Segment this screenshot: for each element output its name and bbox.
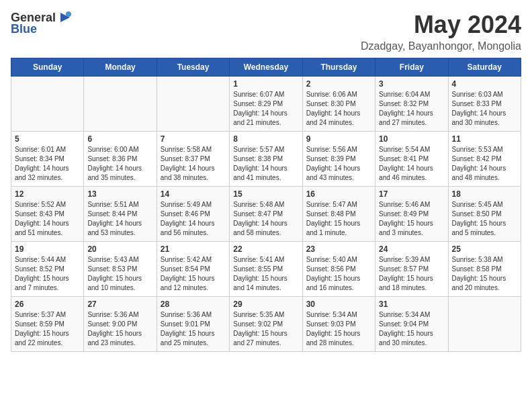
title-block: May 2024 Dzadgay, Bayanhongor, Mongolia xyxy=(361,11,521,52)
day-number: 4 xyxy=(452,79,517,89)
calendar-table: SundayMondayTuesdayWednesdayThursdayFrid… xyxy=(11,58,521,352)
day-number: 12 xyxy=(15,189,80,199)
calendar-cell xyxy=(157,77,229,132)
day-number: 1 xyxy=(233,79,298,89)
day-number: 10 xyxy=(379,134,444,144)
cell-info: Sunrise: 5:42 AMSunset: 8:54 PMDaylight:… xyxy=(161,255,226,293)
calendar-week-row: 1Sunrise: 6:07 AMSunset: 8:29 PMDaylight… xyxy=(11,77,521,132)
calendar-cell: 19Sunrise: 5:44 AMSunset: 8:52 PMDayligh… xyxy=(11,242,84,297)
cell-info: Sunrise: 5:47 AMSunset: 8:48 PMDaylight:… xyxy=(306,200,371,238)
calendar-cell: 25Sunrise: 5:38 AMSunset: 8:58 PMDayligh… xyxy=(448,242,521,297)
cell-info: Sunrise: 5:34 AMSunset: 9:04 PMDaylight:… xyxy=(379,310,444,348)
cell-info: Sunrise: 5:35 AMSunset: 9:02 PMDaylight:… xyxy=(233,310,298,348)
calendar-cell: 11Sunrise: 5:53 AMSunset: 8:42 PMDayligh… xyxy=(448,132,521,187)
logo-icon xyxy=(58,10,73,25)
calendar-cell: 8Sunrise: 5:57 AMSunset: 8:38 PMDaylight… xyxy=(230,132,302,187)
calendar-cell: 9Sunrise: 5:56 AMSunset: 8:39 PMDaylight… xyxy=(302,132,375,187)
calendar-cell: 14Sunrise: 5:49 AMSunset: 8:46 PMDayligh… xyxy=(157,187,229,242)
day-number: 24 xyxy=(379,244,444,254)
calendar-week-row: 5Sunrise: 6:01 AMSunset: 8:34 PMDaylight… xyxy=(11,132,521,187)
day-number: 21 xyxy=(161,244,226,254)
day-number: 29 xyxy=(233,300,298,309)
cell-info: Sunrise: 6:07 AMSunset: 8:29 PMDaylight:… xyxy=(233,90,298,128)
weekday-header-tuesday: Tuesday xyxy=(157,58,229,77)
weekday-header-sunday: Sunday xyxy=(11,58,84,77)
day-number: 23 xyxy=(306,244,371,254)
calendar-cell: 17Sunrise: 5:46 AMSunset: 8:49 PMDayligh… xyxy=(375,187,448,242)
weekday-header-wednesday: Wednesday xyxy=(230,58,302,77)
cell-info: Sunrise: 5:45 AMSunset: 8:50 PMDaylight:… xyxy=(452,200,517,238)
day-number: 18 xyxy=(452,189,517,199)
location-title: Dzadgay, Bayanhongor, Mongolia xyxy=(361,40,521,52)
cell-info: Sunrise: 5:38 AMSunset: 8:58 PMDaylight:… xyxy=(452,255,517,293)
calendar-cell: 4Sunrise: 6:03 AMSunset: 8:33 PMDaylight… xyxy=(448,77,521,132)
cell-info: Sunrise: 5:52 AMSunset: 8:43 PMDaylight:… xyxy=(15,200,80,238)
calendar-week-row: 19Sunrise: 5:44 AMSunset: 8:52 PMDayligh… xyxy=(11,242,521,297)
page-header: General Blue May 2024 Dzadgay, Bayanhong… xyxy=(11,11,521,52)
weekday-header-friday: Friday xyxy=(375,58,448,77)
cell-info: Sunrise: 5:44 AMSunset: 8:52 PMDaylight:… xyxy=(15,255,80,293)
day-number: 11 xyxy=(452,134,517,144)
calendar-cell: 21Sunrise: 5:42 AMSunset: 8:54 PMDayligh… xyxy=(157,242,229,297)
day-number: 16 xyxy=(306,189,371,199)
calendar-cell: 26Sunrise: 5:37 AMSunset: 8:59 PMDayligh… xyxy=(11,297,84,352)
cell-info: Sunrise: 5:39 AMSunset: 8:57 PMDaylight:… xyxy=(379,255,444,293)
weekday-header-row: SundayMondayTuesdayWednesdayThursdayFrid… xyxy=(11,58,521,77)
cell-info: Sunrise: 5:51 AMSunset: 8:44 PMDaylight:… xyxy=(87,200,152,238)
calendar-cell: 13Sunrise: 5:51 AMSunset: 8:44 PMDayligh… xyxy=(84,187,157,242)
calendar-cell: 6Sunrise: 6:00 AMSunset: 8:36 PMDaylight… xyxy=(84,132,157,187)
calendar-week-row: 26Sunrise: 5:37 AMSunset: 8:59 PMDayligh… xyxy=(11,297,521,352)
weekday-header-thursday: Thursday xyxy=(302,58,375,77)
calendar-cell: 2Sunrise: 6:06 AMSunset: 8:30 PMDaylight… xyxy=(302,77,375,132)
calendar-cell: 30Sunrise: 5:34 AMSunset: 9:03 PMDayligh… xyxy=(302,297,375,352)
calendar-cell: 20Sunrise: 5:43 AMSunset: 8:53 PMDayligh… xyxy=(84,242,157,297)
cell-info: Sunrise: 5:36 AMSunset: 9:01 PMDaylight:… xyxy=(161,310,226,348)
day-number: 20 xyxy=(87,244,152,254)
calendar-cell: 5Sunrise: 6:01 AMSunset: 8:34 PMDaylight… xyxy=(11,132,84,187)
day-number: 30 xyxy=(306,300,371,309)
cell-info: Sunrise: 5:57 AMSunset: 8:38 PMDaylight:… xyxy=(233,145,298,183)
cell-info: Sunrise: 5:53 AMSunset: 8:42 PMDaylight:… xyxy=(452,145,517,183)
calendar-cell: 15Sunrise: 5:48 AMSunset: 8:47 PMDayligh… xyxy=(230,187,302,242)
cell-info: Sunrise: 5:46 AMSunset: 8:49 PMDaylight:… xyxy=(379,200,444,238)
cell-info: Sunrise: 6:06 AMSunset: 8:30 PMDaylight:… xyxy=(306,90,371,128)
day-number: 31 xyxy=(379,300,444,309)
calendar-cell: 1Sunrise: 6:07 AMSunset: 8:29 PMDaylight… xyxy=(230,77,302,132)
calendar-cell: 3Sunrise: 6:04 AMSunset: 8:32 PMDaylight… xyxy=(375,77,448,132)
calendar-cell: 28Sunrise: 5:36 AMSunset: 9:01 PMDayligh… xyxy=(157,297,229,352)
calendar-cell xyxy=(448,297,521,352)
calendar-cell xyxy=(84,77,157,132)
day-number: 25 xyxy=(452,244,517,254)
day-number: 9 xyxy=(306,134,371,144)
calendar-cell xyxy=(11,77,84,132)
logo: General Blue xyxy=(11,11,73,36)
calendar-body: 1Sunrise: 6:07 AMSunset: 8:29 PMDaylight… xyxy=(11,77,521,352)
calendar-cell: 27Sunrise: 5:36 AMSunset: 9:00 PMDayligh… xyxy=(84,297,157,352)
logo-blue: Blue xyxy=(11,22,37,36)
cell-info: Sunrise: 5:49 AMSunset: 8:46 PMDaylight:… xyxy=(161,200,226,238)
calendar-cell: 23Sunrise: 5:40 AMSunset: 8:56 PMDayligh… xyxy=(302,242,375,297)
calendar-cell: 10Sunrise: 5:54 AMSunset: 8:41 PMDayligh… xyxy=(375,132,448,187)
cell-info: Sunrise: 5:48 AMSunset: 8:47 PMDaylight:… xyxy=(233,200,298,238)
cell-info: Sunrise: 6:04 AMSunset: 8:32 PMDaylight:… xyxy=(379,90,444,128)
cell-info: Sunrise: 5:36 AMSunset: 9:00 PMDaylight:… xyxy=(87,310,152,348)
calendar-cell: 18Sunrise: 5:45 AMSunset: 8:50 PMDayligh… xyxy=(448,187,521,242)
day-number: 17 xyxy=(379,189,444,199)
calendar-cell: 31Sunrise: 5:34 AMSunset: 9:04 PMDayligh… xyxy=(375,297,448,352)
day-number: 3 xyxy=(379,79,444,89)
cell-info: Sunrise: 6:03 AMSunset: 8:33 PMDaylight:… xyxy=(452,90,517,128)
calendar-cell: 22Sunrise: 5:41 AMSunset: 8:55 PMDayligh… xyxy=(230,242,302,297)
cell-info: Sunrise: 5:40 AMSunset: 8:56 PMDaylight:… xyxy=(306,255,371,293)
svg-point-1 xyxy=(66,11,71,17)
calendar-cell: 12Sunrise: 5:52 AMSunset: 8:43 PMDayligh… xyxy=(11,187,84,242)
day-number: 22 xyxy=(233,244,298,254)
cell-info: Sunrise: 6:01 AMSunset: 8:34 PMDaylight:… xyxy=(15,145,80,183)
day-number: 26 xyxy=(15,300,80,309)
day-number: 2 xyxy=(306,79,371,89)
weekday-header-monday: Monday xyxy=(84,58,157,77)
day-number: 27 xyxy=(87,300,152,309)
cell-info: Sunrise: 5:43 AMSunset: 8:53 PMDaylight:… xyxy=(87,255,152,293)
day-number: 8 xyxy=(233,134,298,144)
day-number: 19 xyxy=(15,244,80,254)
calendar-cell: 16Sunrise: 5:47 AMSunset: 8:48 PMDayligh… xyxy=(302,187,375,242)
